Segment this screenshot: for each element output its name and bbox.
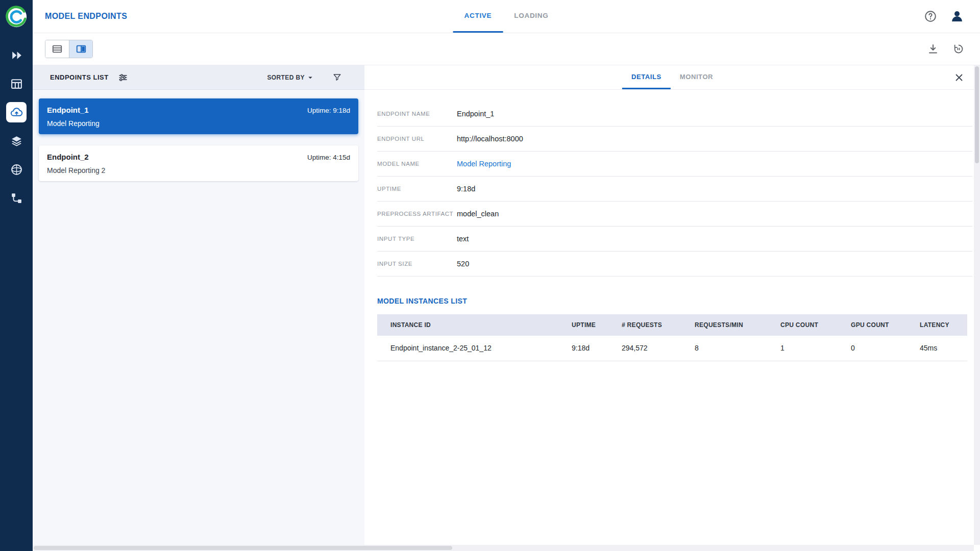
table-view-button[interactable]: [45, 40, 69, 58]
cell-gpu-count: 0: [838, 336, 906, 361]
help-button[interactable]: [924, 10, 937, 23]
endpoint-uptime: Uptime: 9:18d: [307, 107, 350, 114]
field-value: text: [457, 235, 469, 243]
field-label: ENDPOINT URL: [377, 136, 457, 142]
sorted-by-control[interactable]: SORTED BY: [267, 73, 315, 82]
field-row-input-size: INPUT SIZE 520: [377, 252, 972, 277]
filter-icon: [332, 72, 342, 82]
table-header-row: INSTANCE ID UPTIME # REQUESTS REQUESTS/M…: [377, 314, 967, 336]
model-name-link[interactable]: Model Reporting: [457, 160, 511, 168]
field-label: UPTIME: [377, 186, 457, 192]
details-body: ENDPOINT NAME Endpoint_1 ENDPOINT URL ht…: [364, 90, 980, 551]
brand-logo-icon: [5, 5, 28, 29]
endpoint-card-1[interactable]: Endpoint_1 Uptime: 9:18d Model Reporting: [39, 98, 358, 134]
vertical-scrollbar-thumb[interactable]: [975, 66, 979, 163]
cell-requests-per-min: 8: [681, 336, 767, 361]
col-latency: LATENCY: [906, 314, 967, 336]
app-header: MODEL ENDPOINTS ACTIVE LOADING: [33, 0, 980, 33]
cell-cpu-count: 1: [767, 336, 838, 361]
header-actions: [924, 9, 965, 24]
sidebar-item-endpoints[interactable]: [0, 98, 33, 127]
split-view-button[interactable]: [69, 40, 92, 58]
field-value: 520: [457, 260, 469, 268]
field-label: ENDPOINT NAME: [377, 111, 457, 117]
field-row-input-type: INPUT TYPE text: [377, 227, 972, 252]
field-row-preprocess-artifact: PREPROCESS ARTIFACT model_clean: [377, 202, 972, 227]
cell-latency: 45ms: [906, 336, 967, 361]
close-icon: [953, 72, 965, 83]
split-view-icon: [76, 43, 87, 55]
table-view-icon: [52, 43, 63, 55]
download-button[interactable]: [927, 43, 939, 55]
endpoints-list-title: ENDPOINTS LIST: [50, 73, 109, 81]
sidebar-item-layers[interactable]: [0, 127, 33, 155]
col-cpu-count: CPU COUNT: [767, 314, 838, 336]
field-row-uptime: UPTIME 9:18d: [377, 177, 972, 202]
endpoint-uptime: Uptime: 4:15d: [307, 154, 350, 161]
user-avatar-icon: [949, 9, 965, 24]
caret-down-icon: [306, 73, 315, 82]
details-header: DETAILS MONITOR: [364, 65, 980, 90]
help-icon: [924, 10, 937, 23]
sidebar-item-images[interactable]: [0, 155, 33, 184]
model-endpoints-icon: [10, 106, 23, 119]
images-icon: [10, 163, 23, 176]
field-value: http://localhost:8000: [457, 135, 523, 143]
download-icon: [927, 43, 939, 55]
sidebar-item-projects[interactable]: [0, 41, 33, 69]
sort-options-button[interactable]: [118, 72, 128, 83]
close-details-button[interactable]: [953, 72, 965, 83]
field-label: PREPROCESS ARTIFACT: [377, 211, 457, 217]
col-requests-per-min: REQUESTS/MIN: [681, 314, 767, 336]
field-label: INPUT TYPE: [377, 236, 457, 242]
field-row-endpoint-url: ENDPOINT URL http://localhost:8000: [377, 127, 972, 152]
auto-refresh-icon: [952, 43, 965, 55]
endpoints-list-header: ENDPOINTS LIST SORTED BY: [33, 65, 364, 90]
horizontal-scrollbar-thumb[interactable]: [34, 546, 452, 550]
tab-details[interactable]: DETAILS: [622, 65, 671, 89]
field-label: MODEL NAME: [377, 161, 457, 167]
endpoint-name: Endpoint_2: [47, 153, 89, 161]
endpoint-model: Model Reporting 2: [47, 166, 350, 174]
view-toggle-group: [45, 40, 93, 58]
field-row-model-name: MODEL NAME Model Reporting: [377, 152, 972, 177]
sidebar: [0, 0, 33, 551]
toolbar: [33, 33, 980, 65]
cell-uptime: 9:18d: [558, 336, 608, 361]
horizontal-scrollbar[interactable]: [33, 545, 974, 551]
endpoint-name: Endpoint_1: [47, 106, 89, 114]
col-instance-id: INSTANCE ID: [377, 314, 558, 336]
tab-monitor[interactable]: MONITOR: [671, 65, 722, 89]
endpoint-model: Model Reporting: [47, 119, 350, 128]
endpoint-details-panel: DETAILS MONITOR ENDPOINT NAME Endpoint_1…: [364, 65, 980, 551]
field-label: INPUT SIZE: [377, 261, 457, 267]
flows-icon: [10, 192, 23, 205]
projects-icon: [10, 49, 23, 62]
field-value: 9:18d: [457, 185, 475, 193]
filter-button[interactable]: [332, 72, 342, 82]
cell-instance-id: Endpoint_instance_2-25_01_12: [377, 336, 558, 361]
layers-icon: [10, 135, 23, 147]
col-gpu-count: GPU COUNT: [838, 314, 906, 336]
sidebar-item-flows[interactable]: [0, 184, 33, 212]
toolbar-actions: [927, 43, 965, 55]
endpoints-cards: Endpoint_1 Uptime: 9:18d Model Reporting…: [33, 90, 364, 551]
model-instances-table: INSTANCE ID UPTIME # REQUESTS REQUESTS/M…: [377, 314, 967, 361]
sidebar-item-datasets[interactable]: [0, 69, 33, 98]
cell-requests: 294,572: [608, 336, 681, 361]
datasets-icon: [10, 78, 23, 90]
model-instances-title: MODEL INSTANCES LIST: [377, 297, 972, 305]
endpoint-card-2[interactable]: Endpoint_2 Uptime: 4:15d Model Reporting…: [39, 145, 358, 181]
field-row-endpoint-name: ENDPOINT NAME Endpoint_1: [377, 102, 972, 127]
auto-refresh-button[interactable]: [952, 43, 965, 55]
user-menu-button[interactable]: [949, 9, 965, 24]
tab-loading[interactable]: LOADING: [503, 0, 559, 33]
endpoints-list-panel: ENDPOINTS LIST SORTED BY: [33, 65, 364, 551]
sorted-by-label: SORTED BY: [267, 74, 305, 81]
col-requests: # REQUESTS: [608, 314, 681, 336]
details-tabs: DETAILS MONITOR: [622, 65, 722, 89]
field-value: Endpoint_1: [457, 110, 494, 118]
vertical-scrollbar[interactable]: [974, 65, 980, 545]
brand-logo[interactable]: [5, 5, 28, 29]
tab-active[interactable]: ACTIVE: [453, 0, 503, 33]
